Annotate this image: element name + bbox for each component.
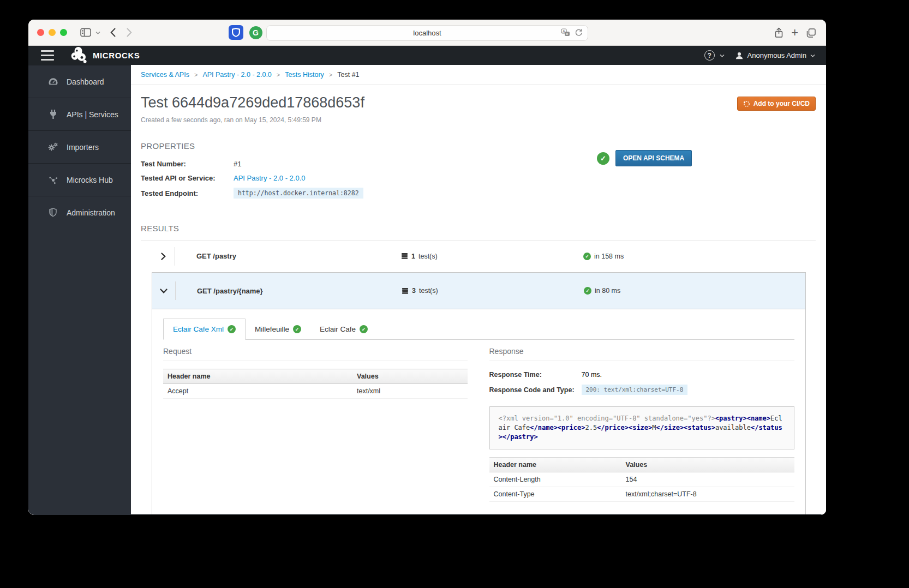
brand[interactable]: MICROCKS: [69, 46, 140, 65]
response-time-value: 70 ms.: [582, 371, 602, 379]
back-button[interactable]: [110, 28, 116, 37]
microcks-logo-icon: [69, 46, 88, 65]
tab-success-check-icon: ✓: [293, 325, 301, 333]
sidebar-item-dashboard[interactable]: Dashboard: [28, 65, 131, 98]
sidebar-nav: Dashboard APIs | Services: [28, 65, 131, 515]
results-heading: RESULTS: [141, 224, 816, 233]
tab-label: Millefeuille: [255, 325, 289, 333]
close-window-button[interactable]: [37, 29, 44, 36]
browser-sidebar-icon[interactable]: [80, 28, 91, 37]
tests-stack-icon: [401, 253, 408, 260]
operation-name: GET /pastry/{name}: [176, 287, 380, 295]
response-headers-table: Header name Values Content-Length: [489, 457, 795, 502]
table-col-header-name: Header name: [489, 458, 621, 472]
tests-suffix: test(s): [419, 287, 438, 295]
sidebar-item-microcks-hub[interactable]: Microcks Hub: [28, 163, 131, 196]
results-area: GET /pastry 1 test(s) ✓: [152, 241, 806, 515]
success-check-icon: ✓: [584, 287, 591, 295]
user-menu[interactable]: Anonymous Admin: [735, 51, 815, 60]
success-check-icon: ✓: [583, 253, 591, 260]
help-chevron-icon[interactable]: [720, 54, 725, 57]
grammarly-extension-icon[interactable]: G: [248, 25, 263, 40]
tab-eclair-cafe[interactable]: Eclair Cafe ✓: [310, 319, 377, 339]
desktop-background: G localhost Ax +: [0, 0, 909, 588]
zoom-window-button[interactable]: [60, 29, 67, 36]
prop-test-number: Test Number: #1: [141, 159, 816, 169]
sidebar-filler: [28, 229, 131, 515]
tab-label: Eclair Cafe Xml: [173, 325, 224, 333]
operation-name: GET /pastry: [175, 252, 380, 260]
sidebar-item-apis-services[interactable]: APIs | Services: [28, 98, 131, 130]
grammarly-g-glyph: G: [249, 26, 262, 39]
prop-tested-endpoint: Tested Endpoint: http://host.docker.inte…: [141, 188, 816, 199]
sidebar-chevron-icon[interactable]: [95, 31, 100, 34]
translate-icon[interactable]: Ax: [561, 28, 570, 37]
breadcrumb-link-services[interactable]: Services & APIs: [141, 71, 189, 79]
breadcrumb-separator: >: [329, 71, 332, 78]
tested-endpoint-value: http://host.docker.internal:8282: [234, 188, 363, 199]
hamburger-menu-icon[interactable]: [41, 50, 54, 61]
share-icon[interactable]: [774, 27, 784, 38]
title-block: Test 6644d9a7269ded17868d653f Created a …: [141, 94, 364, 124]
results-section: RESULTS GET /pastry: [131, 224, 826, 515]
reload-icon[interactable]: [575, 28, 583, 37]
response-code-value: 200: text/xml;charset=UTF-8: [582, 385, 688, 395]
tests-count: 3: [412, 287, 416, 295]
operation-time: ✓ in 80 ms: [584, 287, 805, 295]
header-value-cell: 154: [621, 472, 795, 487]
address-bar[interactable]: localhost Ax: [266, 25, 588, 41]
title-row: Test 6644d9a7269ded17868d653f Created a …: [131, 85, 826, 124]
page-title: Test 6644d9a7269ded17868d653f: [141, 94, 364, 111]
cogs-icon: [47, 142, 58, 152]
test-success-check-icon: ✓: [597, 152, 609, 165]
help-icon[interactable]: ?: [704, 50, 715, 61]
expand-chevron-right-icon[interactable]: [152, 253, 175, 260]
tested-service-link[interactable]: API Pastry - 2.0 - 2.0.0: [234, 174, 306, 182]
open-api-schema-button[interactable]: OPEN API SCHEMA: [615, 150, 692, 166]
request-headers-table: Header name Values Accept: [163, 369, 468, 399]
brand-name: MICROCKS: [93, 51, 140, 60]
dashboard-gauge-icon: [47, 76, 58, 87]
schema-group: ✓ OPEN API SCHEMA: [597, 150, 692, 166]
sidebar-item-label: APIs | Services: [67, 110, 118, 119]
operation-panel-body: Eclair Cafe Xml ✓ Millefeuille ✓: [152, 309, 805, 515]
new-tab-icon[interactable]: +: [791, 27, 798, 39]
breadcrumb-current: Test #1: [337, 71, 359, 79]
breadcrumb-link-tests-history[interactable]: Tests History: [285, 71, 324, 79]
breadcrumb-separator: >: [194, 71, 198, 78]
shield-icon: [47, 207, 58, 218]
table-col-header-name: Header name: [163, 369, 352, 384]
bitwarden-extension-icon[interactable]: [229, 25, 243, 40]
operation-panel-get-pastry-name: GET /pastry/{name} 3 test(s): [152, 272, 806, 515]
breadcrumb-separator: >: [277, 71, 280, 78]
tab-millefeuille[interactable]: Millefeuille ✓: [246, 319, 310, 339]
response-column: Response Response Time: 70 ms.: [489, 347, 795, 502]
request-heading: Request: [163, 347, 468, 361]
tab-success-check-icon: ✓: [228, 325, 236, 333]
header-value-cell: text/xml: [352, 384, 468, 399]
user-icon: [735, 51, 744, 60]
page-subtitle: Created a few seconds ago, ran on May 15…: [141, 116, 364, 124]
sidebar-item-label: Microcks Hub: [67, 176, 113, 184]
response-code-row: Response Code and Type: 200: text/xml;ch…: [489, 385, 795, 395]
add-to-cicd-button[interactable]: Add to your CI/CD: [737, 97, 816, 111]
tab-eclair-cafe-xml[interactable]: Eclair Cafe Xml ✓: [163, 319, 246, 340]
request-response-columns: Request Header name Values: [163, 347, 794, 502]
collapse-chevron-down-icon[interactable]: [152, 289, 175, 293]
operation-row-get-pastry: GET /pastry 1 test(s) ✓: [152, 241, 806, 272]
sidebar-item-administration[interactable]: Administration: [28, 196, 131, 229]
hub-network-icon: [47, 175, 58, 185]
user-chevron-icon: [810, 54, 815, 57]
xml-tag: </name><price>: [530, 424, 585, 431]
microcks-app: MICROCKS ? Anonymous Admin: [28, 46, 826, 515]
time-text: in 80 ms: [595, 287, 620, 295]
response-time-row: Response Time: 70 ms.: [489, 369, 795, 380]
forward-button[interactable]: [127, 28, 132, 37]
minimize-window-button[interactable]: [49, 29, 56, 36]
properties-section: PROPERTIES Test Number: #1 Tested API or…: [131, 141, 826, 199]
xml-text: M: [652, 424, 656, 431]
breadcrumb-link-api[interactable]: API Pastry - 2.0 - 2.0.0: [202, 71, 271, 79]
sidebar-item-importers[interactable]: Importers: [28, 130, 131, 163]
tab-overview-icon[interactable]: [806, 28, 816, 38]
test-case-tabs: Eclair Cafe Xml ✓ Millefeuille ✓: [163, 319, 794, 340]
